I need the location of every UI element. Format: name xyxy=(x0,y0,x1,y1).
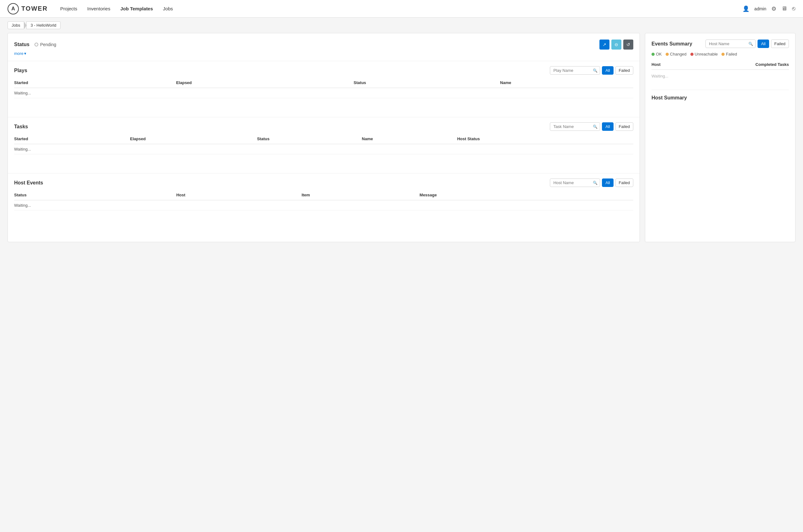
events-waiting-row: Waiting... xyxy=(651,70,789,82)
host-events-table: Status Host Item Message Waiting... xyxy=(14,191,633,210)
host-summary-title: Host Summary xyxy=(651,90,789,101)
cancel-button[interactable]: ⊖ xyxy=(611,39,622,50)
host-event-search-wrap: 🔍 xyxy=(550,178,600,187)
events-waiting-text: Waiting... xyxy=(651,70,789,82)
admin-label: admin xyxy=(754,6,766,11)
nav-job-templates[interactable]: Job Templates xyxy=(120,5,153,13)
tasks-col-started: Started xyxy=(14,135,130,144)
events-col-completed: Completed Tasks xyxy=(681,60,789,70)
plays-col-status: Status xyxy=(353,78,500,88)
tasks-col-elapsed: Elapsed xyxy=(130,135,257,144)
plays-col-name: Name xyxy=(500,78,633,88)
plays-col-elapsed: Elapsed xyxy=(176,78,353,88)
host-event-filter-all[interactable]: All xyxy=(602,178,613,187)
events-filter-all[interactable]: All xyxy=(758,39,769,48)
legend-failed: Failed xyxy=(722,52,737,56)
host-events-waiting-text: Waiting... xyxy=(14,200,633,210)
brand[interactable]: A TOWER xyxy=(7,3,48,15)
host-events-section-header: Host Events 🔍 All Failed xyxy=(14,173,633,191)
changed-dot-icon xyxy=(666,53,669,56)
monitor-icon[interactable]: 🖥 xyxy=(781,5,787,12)
status-text: Pending xyxy=(40,42,56,47)
host-events-col-item: Item xyxy=(302,191,419,200)
play-filter-all[interactable]: All xyxy=(602,66,613,75)
nav-projects[interactable]: Projects xyxy=(60,5,77,13)
brand-name: TOWER xyxy=(21,5,48,12)
tasks-title: Tasks xyxy=(14,124,28,130)
task-search-input[interactable] xyxy=(550,122,600,131)
chevron-down-icon: ▾ xyxy=(24,51,26,56)
brand-letter: A xyxy=(11,6,15,12)
ok-dot-icon xyxy=(651,53,655,56)
breadcrumb-jobs[interactable]: Jobs xyxy=(7,21,24,29)
play-search-input[interactable] xyxy=(550,66,600,75)
brand-logo: A xyxy=(7,3,19,15)
host-event-search-icon: 🔍 xyxy=(593,181,597,185)
events-host-search-input[interactable] xyxy=(705,39,756,48)
task-search-wrap: 🔍 xyxy=(550,122,600,131)
status-actions: ↗ ⊖ ↺ xyxy=(599,39,633,50)
unreachable-dot-icon xyxy=(690,53,693,56)
plays-table: Started Elapsed Status Name Waiting... xyxy=(14,78,633,98)
tasks-waiting-row: Waiting... xyxy=(14,144,633,154)
user-icon: 👤 xyxy=(743,5,749,12)
status-value: Pending xyxy=(35,42,56,47)
legend-failed-label: Failed xyxy=(726,52,737,56)
breadcrumb-arrow xyxy=(24,22,27,29)
nav-jobs[interactable]: Jobs xyxy=(163,5,173,13)
events-col-host: Host xyxy=(651,60,681,70)
status-label: Status xyxy=(14,42,30,48)
events-summary-title: Events Summary xyxy=(651,41,692,47)
plays-section-header: Plays 🔍 All Failed xyxy=(14,61,633,78)
tasks-controls: 🔍 All Failed xyxy=(550,122,633,131)
status-section: Status Pending ↗ ⊖ ↺ xyxy=(14,39,633,50)
right-panel: Events Summary 🔍 All Failed OK Changed xyxy=(645,33,796,242)
tasks-section-header: Tasks 🔍 All Failed xyxy=(14,117,633,135)
relaunch-icon: ↺ xyxy=(626,42,630,47)
task-filter-failed[interactable]: Failed xyxy=(615,122,633,131)
legend-ok-label: OK xyxy=(656,52,662,56)
nav-inventories[interactable]: Inventories xyxy=(87,5,110,13)
breadcrumb: Jobs 3 - HelloWorld xyxy=(0,18,803,33)
tasks-table: Started Elapsed Status Name Host Status … xyxy=(14,135,633,154)
external-link-button[interactable]: ↗ xyxy=(599,39,610,50)
host-events-col-host: Host xyxy=(176,191,302,200)
events-summary-header: Events Summary 🔍 All Failed xyxy=(651,39,789,48)
logout-icon[interactable]: ⎋ xyxy=(792,5,796,12)
task-search-icon: 🔍 xyxy=(593,125,597,129)
relaunch-button[interactable]: ↺ xyxy=(623,39,633,50)
host-events-col-message: Message xyxy=(420,191,633,200)
main-container: Status Pending ↗ ⊖ ↺ more ▾ xyxy=(0,33,803,250)
legend-changed: Changed xyxy=(666,52,687,56)
host-events-title: Host Events xyxy=(14,180,43,186)
status-circle-icon xyxy=(35,43,38,46)
plays-col-started: Started xyxy=(14,78,176,88)
more-link[interactable]: more ▾ xyxy=(14,51,26,56)
legend-unreachable-label: Unreachable xyxy=(695,52,718,56)
settings-icon[interactable]: ⚙ xyxy=(771,5,776,12)
task-filter-all[interactable]: All xyxy=(602,122,613,131)
tasks-waiting-text: Waiting... xyxy=(14,144,633,154)
play-search-icon: 🔍 xyxy=(593,69,597,73)
play-filter-failed[interactable]: Failed xyxy=(615,66,633,75)
events-filter-failed[interactable]: Failed xyxy=(771,39,789,48)
legend-changed-label: Changed xyxy=(670,52,687,56)
tasks-col-host-status: Host Status xyxy=(457,135,633,144)
navbar-right: 👤 admin ⚙ 🖥 ⎋ xyxy=(743,5,796,12)
external-link-icon: ↗ xyxy=(603,42,606,47)
cancel-icon: ⊖ xyxy=(614,42,618,47)
plays-title: Plays xyxy=(14,68,27,73)
host-events-controls: 🔍 All Failed xyxy=(550,178,633,187)
host-event-search-input[interactable] xyxy=(550,178,600,187)
plays-waiting-text: Waiting... xyxy=(14,88,633,98)
host-event-filter-failed[interactable]: Failed xyxy=(615,178,633,187)
events-search-icon: 🔍 xyxy=(748,42,753,46)
tasks-col-name: Name xyxy=(362,135,457,144)
breadcrumb-helloworld[interactable]: 3 - HelloWorld xyxy=(26,21,60,29)
events-table: Host Completed Tasks Waiting... xyxy=(651,60,789,82)
events-host-search-wrap: 🔍 xyxy=(705,39,756,48)
legend-ok: OK xyxy=(651,52,662,56)
play-search-wrap: 🔍 xyxy=(550,66,600,75)
nav-menu: Projects Inventories Job Templates Jobs xyxy=(60,5,743,13)
left-panel: Status Pending ↗ ⊖ ↺ more ▾ xyxy=(7,33,640,242)
